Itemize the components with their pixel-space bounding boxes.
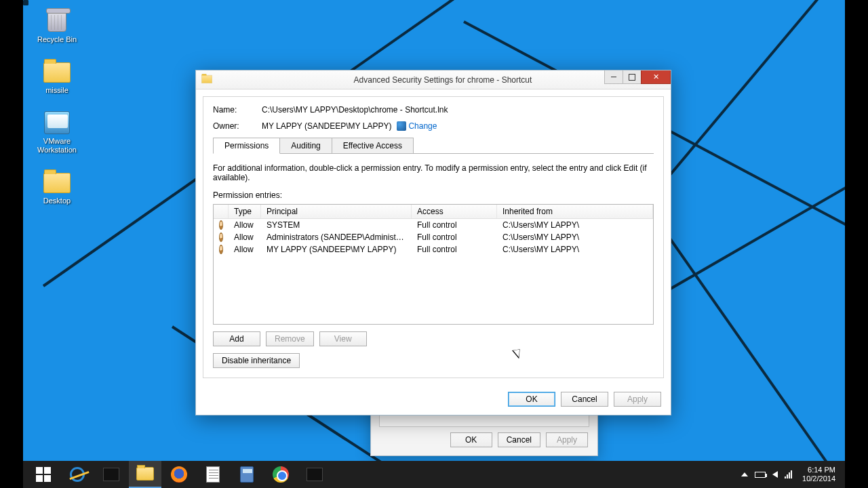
permission-entries-table: Type Principal Access Inherited from All… [213, 204, 654, 325]
col-inherited[interactable]: Inherited from [497, 205, 653, 218]
ok-button[interactable]: OK [450, 432, 492, 447]
firefox-icon [171, 466, 187, 483]
clock-date: 10/2/2014 [802, 474, 835, 483]
network-icon[interactable] [785, 470, 794, 479]
battery-icon[interactable] [755, 472, 766, 478]
desktop-icon-label: Recycle Bin [30, 35, 84, 44]
desktop-icon-label: missile [30, 86, 84, 95]
properties-footer: OK Cancel Apply [371, 427, 597, 455]
speaker-icon[interactable] [772, 471, 778, 478]
taskbar-ie[interactable] [61, 461, 94, 488]
entries-label: Permission entries: [213, 190, 654, 200]
explorer-icon [136, 467, 154, 481]
window-controls [605, 70, 671, 84]
dialog-footer: OK Cancel Apply [196, 385, 671, 415]
cell-access: Full control [412, 232, 497, 243]
table-row[interactable]: AllowAdministrators (SANDEEP\Administrat… [214, 231, 653, 243]
dialog-title: Advanced Security Settings for chrome - … [215, 75, 671, 85]
windows-logo-icon [36, 467, 51, 482]
dialog-body: Name: C:\Users\MY LAPPY\Desktop\chrome -… [203, 96, 664, 378]
start-button[interactable] [27, 461, 60, 488]
disable-inheritance-button[interactable]: Disable inheritance [213, 353, 300, 368]
inheritance-buttons: Disable inheritance [213, 353, 654, 368]
add-button[interactable]: Add [213, 331, 260, 346]
maximize-button[interactable] [623, 70, 642, 84]
cell-principal: SYSTEM [261, 220, 412, 230]
ok-button[interactable]: OK [508, 392, 555, 407]
name-field: Name: C:\Users\MY LAPPY\Desktop\chrome -… [213, 105, 654, 115]
col-type[interactable]: Type [229, 205, 261, 218]
tab-effective-access[interactable]: Effective Access [332, 138, 414, 154]
shield-icon [397, 121, 406, 131]
clock-time: 6:14 PM [802, 466, 835, 474]
desktop-icon-vmware[interactable]: VMware Workstation [30, 107, 84, 155]
taskbar-app1[interactable] [95, 461, 127, 488]
user-icon [219, 232, 223, 242]
desktop-icon-label: Desktop [30, 197, 84, 205]
cell-principal: MY LAPPY (SANDEEP\MY LAPPY) [261, 244, 412, 255]
app-icon [103, 468, 119, 481]
cell-inherited: C:\Users\MY LAPPY\ [497, 244, 653, 255]
folder-icon [43, 56, 71, 85]
view-button[interactable]: View [319, 331, 367, 346]
cell-type: Allow [229, 232, 261, 243]
tabs: Permissions Auditing Effective Access [213, 138, 654, 154]
apply-button[interactable]: Apply [614, 392, 661, 407]
terminal-icon [307, 468, 323, 481]
table-row[interactable]: AllowMY LAPPY (SANDEEP\MY LAPPY)Full con… [214, 243, 653, 256]
table-header: Type Principal Access Inherited from [214, 205, 653, 219]
taskbar-clock[interactable]: 6:14 PM 10/2/2014 [802, 466, 835, 483]
desktop-icons: Recycle Bin missile VMware Workstation D… [30, 5, 91, 218]
titlebar[interactable]: Advanced Security Settings for chrome - … [196, 70, 671, 89]
table-row[interactable]: AllowSYSTEMFull controlC:\Users\MY LAPPY… [214, 219, 653, 231]
chrome-icon [273, 466, 289, 483]
change-owner-link[interactable]: Change [397, 121, 437, 131]
info-text: For additional information, double-click… [213, 163, 654, 182]
close-button[interactable] [641, 70, 671, 84]
taskbar-explorer[interactable] [129, 461, 161, 488]
cell-inherited: C:\Users\MY LAPPY\ [497, 220, 653, 230]
taskbar-firefox[interactable] [163, 461, 195, 488]
change-link-text: Change [408, 121, 437, 131]
taskbar-notepad[interactable] [197, 461, 229, 488]
cancel-button[interactable]: Cancel [561, 392, 608, 407]
taskbar-right: 6:14 PM 10/2/2014 [741, 466, 841, 483]
folder-icon [200, 75, 211, 85]
cancel-button[interactable]: Cancel [498, 432, 540, 447]
desktop-icon-missile[interactable]: missile [30, 56, 84, 95]
cell-inherited: C:\Users\MY LAPPY\ [497, 232, 653, 243]
tab-permissions[interactable]: Permissions [213, 138, 280, 154]
cell-type: Allow [229, 244, 261, 255]
user-icon [219, 220, 223, 230]
folder-icon [43, 167, 71, 195]
vmware-icon [43, 107, 71, 136]
system-tray[interactable] [741, 470, 794, 479]
owner-field: Owner: MY LAPPY (SANDEEP\MY LAPPY) Chang… [213, 121, 654, 131]
cell-type: Allow [229, 220, 261, 230]
desktop-icon-label: VMware Workstation [30, 137, 84, 155]
name-value: C:\Users\MY LAPPY\Desktop\chrome - Short… [262, 105, 448, 115]
desktop-icon-desktop[interactable]: Desktop [30, 167, 84, 205]
taskbar-calculator[interactable] [231, 461, 263, 488]
apply-button[interactable]: Apply [546, 432, 588, 447]
advanced-security-dialog: Advanced Security Settings for chrome - … [195, 70, 671, 415]
minimize-button[interactable] [604, 70, 623, 84]
col-access[interactable]: Access [412, 205, 497, 218]
tray-overflow-icon[interactable] [741, 472, 748, 476]
user-icon [219, 245, 223, 254]
taskbar-left [27, 461, 331, 488]
remove-button[interactable]: Remove [266, 331, 314, 346]
calculator-icon [240, 466, 254, 483]
recycle-bin-icon [43, 5, 71, 34]
desktop[interactable]: Recycle Bin missile VMware Workstation D… [23, 0, 845, 488]
tab-auditing[interactable]: Auditing [279, 138, 332, 154]
ie-icon [70, 467, 85, 482]
taskbar-chrome[interactable] [264, 461, 297, 488]
name-label: Name: [213, 105, 262, 115]
col-principal[interactable]: Principal [261, 205, 412, 218]
permissions-panel: For additional information, double-click… [213, 153, 654, 368]
taskbar-cmd[interactable] [298, 461, 331, 488]
cell-principal: Administrators (SANDEEP\Administrators) [261, 232, 412, 243]
desktop-icon-recycle-bin[interactable]: Recycle Bin [30, 5, 84, 44]
owner-label: Owner: [213, 121, 262, 131]
